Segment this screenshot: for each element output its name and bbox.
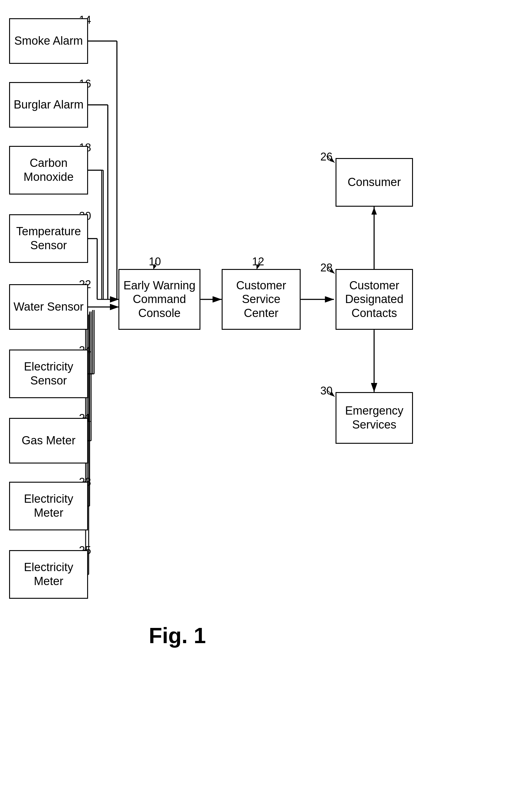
consumer-box: Consumer: [336, 158, 413, 207]
ewcc-box: Early WarningCommandConsole: [118, 269, 201, 330]
smoke-alarm-box: Smoke Alarm: [9, 18, 88, 64]
fig-label: Fig. 1: [149, 623, 206, 648]
gas-meter-box: Gas Meter: [9, 418, 88, 463]
label-28: 28: [320, 261, 332, 274]
diagram: 14 16 18 20 22 24 21 23 25 10 12 26 28 3…: [0, 0, 532, 803]
csc-box: CustomerServiceCenter: [222, 269, 301, 330]
label-10: 10: [149, 255, 161, 268]
label-30: 30: [320, 384, 332, 397]
electricity-meter-1-box: ElectricityMeter: [9, 482, 88, 530]
carbon-monoxide-box: CarbonMonoxide: [9, 146, 88, 195]
electricity-meter-2-box: ElectricityMeter: [9, 550, 88, 599]
label-12: 12: [252, 255, 264, 268]
electricity-sensor-box: ElectricitySensor: [9, 349, 88, 398]
temperature-sensor-box: TemperatureSensor: [9, 214, 88, 263]
label-26: 26: [320, 150, 332, 163]
emergency-services-box: EmergencyServices: [336, 392, 413, 444]
cdc-box: CustomerDesignatedContacts: [336, 269, 413, 330]
water-sensor-box: Water Sensor: [9, 284, 88, 330]
burglar-alarm-box: Burglar Alarm: [9, 82, 88, 128]
